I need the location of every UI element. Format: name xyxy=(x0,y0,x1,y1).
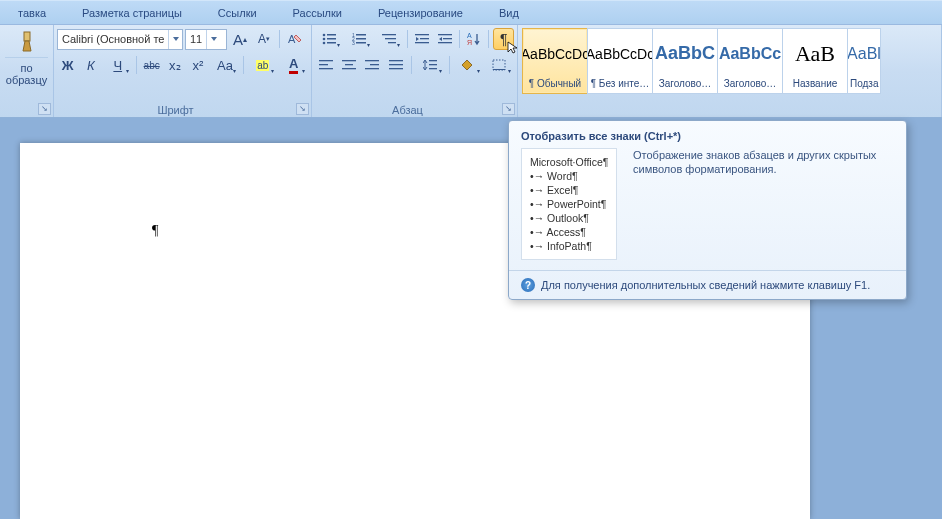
tooltip-sample-line: •→ InfoPath¶ xyxy=(530,239,608,253)
style-item-0[interactable]: AaBbCcDc¶ Обычный xyxy=(522,28,588,94)
align-right-icon[interactable] xyxy=(362,54,383,76)
italic-icon[interactable]: К xyxy=(80,54,101,76)
font-group-label: Шрифт xyxy=(54,104,297,116)
tab-view[interactable]: Вид xyxy=(481,1,537,24)
change-case-icon[interactable]: Aa▾ xyxy=(211,54,240,76)
bold-icon[interactable]: Ж xyxy=(57,54,78,76)
group-clipboard: пообразцу ↘ xyxy=(0,25,54,117)
sort-icon[interactable]: AЯ xyxy=(464,28,485,50)
multilevel-list-icon[interactable]: ▾ xyxy=(375,28,403,50)
ribbon-tabs: тавка Разметка страницы Ссылки Рассылки … xyxy=(0,0,942,25)
tab-review[interactable]: Рецензирование xyxy=(360,1,481,24)
justify-icon[interactable] xyxy=(385,54,406,76)
tooltip-supertip: Отобразить все знаки (Ctrl+*) Microsoft·… xyxy=(508,120,907,300)
increase-indent-icon[interactable] xyxy=(434,28,455,50)
svg-rect-35 xyxy=(389,64,403,65)
borders-icon[interactable]: ▾ xyxy=(485,54,514,76)
tab-mailings[interactable]: Рассылки xyxy=(275,1,360,24)
grow-font-icon[interactable]: A▴ xyxy=(229,28,251,50)
superscript-icon[interactable]: x² xyxy=(187,54,208,76)
group-paragraph: ▾ 123▾ ▾ AЯ ¶ ▾ ▾ ▾ Абзац ↘ xyxy=(312,25,518,117)
svg-rect-32 xyxy=(370,64,379,65)
font-launcher-icon[interactable]: ↘ xyxy=(296,103,309,115)
tooltip-footer-text: Для получения дополнительных сведений на… xyxy=(541,279,870,291)
tab-insert[interactable]: тавка xyxy=(0,1,64,24)
style-item-3[interactable]: AaBbCcЗаголово… xyxy=(717,28,783,94)
bullets-icon[interactable]: ▾ xyxy=(315,28,343,50)
align-center-icon[interactable] xyxy=(338,54,359,76)
strike-icon[interactable]: abc xyxy=(141,54,162,76)
svg-rect-14 xyxy=(382,34,396,35)
tooltip-sample-line: •→ Excel¶ xyxy=(530,183,608,197)
paragraph-launcher-icon[interactable]: ↘ xyxy=(502,103,515,115)
tooltip-sample-line: •→ PowerPoint¶ xyxy=(530,197,608,211)
subscript-icon[interactable]: x₂ xyxy=(164,54,185,76)
tooltip-description: Отображение знаков абзацев и других скры… xyxy=(633,148,894,260)
format-painter-icon[interactable] xyxy=(14,31,40,53)
svg-text:Я: Я xyxy=(467,39,472,46)
paragraph-mark-icon: ¶ xyxy=(152,223,158,238)
tab-pagelayout[interactable]: Разметка страницы xyxy=(64,1,200,24)
svg-rect-38 xyxy=(429,64,437,65)
clipboard-launcher-icon[interactable]: ↘ xyxy=(38,103,51,115)
group-font: Calibri (Основной те 11 A▴ A▾ A Ж К Ч▾ a… xyxy=(54,25,312,117)
shading-icon[interactable]: ▾ xyxy=(454,54,483,76)
svg-point-4 xyxy=(323,38,326,41)
svg-rect-13 xyxy=(356,42,366,44)
show-hide-marks-button[interactable]: ¶ xyxy=(493,28,514,50)
line-spacing-icon[interactable]: ▾ xyxy=(416,54,445,76)
font-color-icon[interactable]: A▾ xyxy=(279,54,308,76)
align-left-icon[interactable] xyxy=(315,54,336,76)
svg-rect-39 xyxy=(429,68,437,69)
svg-rect-17 xyxy=(415,34,429,35)
svg-rect-18 xyxy=(420,38,429,39)
clear-formatting-icon[interactable]: A xyxy=(284,28,306,50)
svg-rect-37 xyxy=(429,60,437,61)
svg-rect-26 xyxy=(319,64,328,65)
svg-text:A: A xyxy=(467,32,472,39)
format-painter-label: пообразцу xyxy=(6,62,47,86)
paragraph-group-label: Абзац xyxy=(312,104,503,116)
svg-text:A: A xyxy=(288,33,296,45)
svg-rect-22 xyxy=(438,42,452,43)
tooltip-title: Отобразить все знаки (Ctrl+*) xyxy=(509,121,906,148)
svg-rect-40 xyxy=(493,60,505,70)
style-item-5[interactable]: AaBlПодза xyxy=(847,28,881,94)
svg-point-6 xyxy=(323,42,326,45)
svg-rect-33 xyxy=(365,68,379,69)
font-name-combo[interactable]: Calibri (Основной те xyxy=(57,29,183,50)
shrink-font-icon[interactable]: A▾ xyxy=(253,28,275,50)
svg-rect-20 xyxy=(438,34,452,35)
underline-icon[interactable]: Ч▾ xyxy=(103,54,132,76)
svg-rect-15 xyxy=(385,38,396,39)
style-gallery[interactable]: AaBbCcDc¶ ОбычныйAaBbCcDc¶ Без инте…AaBb… xyxy=(522,28,938,94)
svg-rect-30 xyxy=(342,68,356,69)
tooltip-preview: Microsoft·Office¶ •→ Word¶ •→ Excel¶ •→ … xyxy=(521,148,617,260)
style-item-4[interactable]: АаВНазвание xyxy=(782,28,848,94)
svg-rect-3 xyxy=(327,34,336,36)
svg-rect-36 xyxy=(389,68,403,69)
svg-rect-29 xyxy=(345,64,353,65)
tab-references[interactable]: Ссылки xyxy=(200,1,275,24)
group-styles: AaBbCcDc¶ ОбычныйAaBbCcDc¶ Без инте…AaBb… xyxy=(518,25,942,117)
svg-rect-0 xyxy=(24,32,30,41)
svg-rect-5 xyxy=(327,38,336,40)
svg-rect-31 xyxy=(365,60,379,61)
tooltip-sample-line: •→ Access¶ xyxy=(530,225,608,239)
svg-rect-11 xyxy=(356,38,366,40)
tooltip-sample-line: •→ Word¶ xyxy=(530,169,608,183)
numbering-icon[interactable]: 123▾ xyxy=(345,28,373,50)
font-size-combo[interactable]: 11 xyxy=(185,29,227,50)
style-item-1[interactable]: AaBbCcDc¶ Без инте… xyxy=(587,28,653,94)
svg-rect-7 xyxy=(327,42,336,44)
style-item-2[interactable]: AaBbCЗаголово… xyxy=(652,28,718,94)
svg-rect-25 xyxy=(319,60,333,61)
svg-rect-34 xyxy=(389,60,403,61)
svg-rect-27 xyxy=(319,68,333,69)
ribbon: пообразцу ↘ Calibri (Основной те 11 A▴ A… xyxy=(0,25,942,118)
svg-rect-41 xyxy=(493,69,505,70)
decrease-indent-icon[interactable] xyxy=(412,28,433,50)
help-icon: ? xyxy=(521,278,535,292)
highlight-icon[interactable]: ab▾ xyxy=(248,54,277,76)
svg-point-2 xyxy=(323,34,326,37)
